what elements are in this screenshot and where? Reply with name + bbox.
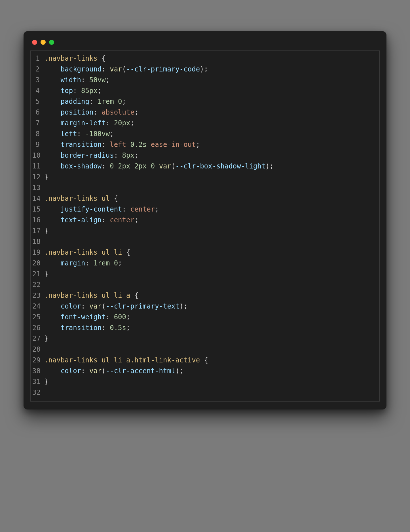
token-prop: --clr-accent-html <box>106 367 176 375</box>
line-number: 1 <box>32 53 44 64</box>
token-punct: : <box>81 302 89 310</box>
code-line: 23.navbar-links ul li a { <box>32 290 376 301</box>
token-sel: .navbar-links <box>44 195 98 202</box>
token-str: left <box>110 141 130 149</box>
token-punct <box>155 162 159 170</box>
token-num: 50vw <box>89 76 106 84</box>
token-num: 600 <box>114 313 126 321</box>
token-punct <box>110 292 114 299</box>
token-num: 0.5s <box>110 324 126 332</box>
token-sel: li <box>114 356 122 364</box>
token-punct: ( <box>102 367 105 375</box>
token-punct: : <box>122 205 130 213</box>
line-content: margin: 1rem 0; <box>44 258 376 269</box>
token-punct <box>200 356 204 364</box>
line-number: 9 <box>32 139 44 150</box>
line-content: margin-left: 20px; <box>44 118 376 128</box>
token-num: 0 <box>110 162 114 170</box>
token-punct <box>110 248 114 256</box>
token-str: absolute <box>102 108 134 116</box>
code-line: 13 <box>32 182 376 193</box>
token-punct: : <box>73 87 81 95</box>
token-prop: transition <box>61 141 102 149</box>
token-punct <box>122 292 126 299</box>
code-line: 27} <box>32 333 376 344</box>
token-num: 1rem <box>93 259 110 267</box>
code-line: 21} <box>32 269 376 279</box>
token-punct: ) <box>200 65 204 73</box>
token-punct <box>130 292 134 299</box>
line-number: 29 <box>32 355 44 366</box>
line-content: color: var(--clr-accent-html); <box>44 366 376 376</box>
token-punct: : <box>81 76 89 84</box>
token-prop: --clr-primary-code <box>126 65 200 73</box>
line-number: 11 <box>32 161 44 172</box>
line-content: } <box>44 376 376 387</box>
code-line: 16 text-align: center; <box>32 215 376 225</box>
code-line: 20 margin: 1rem 0; <box>32 258 376 269</box>
minimize-icon[interactable] <box>41 40 46 45</box>
token-sel: a.html-link-active <box>126 356 200 364</box>
token-num: 85px <box>81 87 98 95</box>
token-punct: ; <box>183 302 187 310</box>
code-line: 15 justify-content: center; <box>32 204 376 215</box>
token-prop: --clr-primary-text <box>106 302 179 310</box>
token-punct: ) <box>175 367 179 375</box>
line-content: color: var(--clr-primary-text); <box>44 301 376 312</box>
token-num: 2px <box>134 162 147 170</box>
line-number: 3 <box>32 75 44 85</box>
line-content: .navbar-links { <box>44 53 376 64</box>
token-punct: : <box>106 119 114 127</box>
code-line: 4 top: 85px; <box>32 85 376 96</box>
token-prop: margin-left <box>61 119 106 127</box>
token-punct: ; <box>118 259 122 267</box>
code-line: 31} <box>32 376 376 387</box>
line-number: 16 <box>32 215 44 225</box>
line-number: 19 <box>32 247 44 258</box>
code-line: 2 background: var(--clr-primary-code); <box>32 64 376 75</box>
token-func: var <box>89 367 102 375</box>
token-brace: } <box>44 173 48 181</box>
code-line: 8 left: -100vw; <box>32 128 376 139</box>
editor-window: 1.navbar-links {2 background: var(--clr-… <box>24 31 386 409</box>
token-sel: li <box>114 248 122 256</box>
token-prop: padding <box>61 98 89 105</box>
token-prop: color <box>61 367 81 375</box>
token-str: ease-in-out <box>147 141 196 149</box>
token-punct: : <box>81 367 89 375</box>
zoom-icon[interactable] <box>49 40 54 45</box>
close-icon[interactable] <box>32 40 37 45</box>
token-punct <box>98 195 102 202</box>
token-punct <box>147 162 151 170</box>
line-content: transition: left 0.2s ease-in-out; <box>44 139 376 150</box>
token-brace: } <box>44 335 48 343</box>
line-number: 18 <box>32 236 44 247</box>
token-punct: ( <box>171 162 175 170</box>
token-num: 0 <box>151 162 155 170</box>
line-number: 28 <box>32 344 44 355</box>
token-sel: .navbar-links <box>44 356 98 364</box>
token-prop: transition <box>61 324 102 332</box>
token-num: 0 <box>114 259 118 267</box>
code-editor[interactable]: 1.navbar-links {2 background: var(--clr-… <box>30 50 380 402</box>
code-line: 26 transition: 0.5s; <box>32 322 376 333</box>
token-sel: ul <box>102 292 110 299</box>
line-number: 2 <box>32 64 44 75</box>
token-punct: : <box>102 65 110 73</box>
code-line: 6 position: absolute; <box>32 107 376 118</box>
token-prop: left <box>61 130 77 138</box>
token-num: 1rem <box>98 98 114 105</box>
token-punct: : <box>102 141 110 149</box>
token-prop: top <box>61 87 73 95</box>
token-punct: : <box>102 162 110 170</box>
code-line: 28 <box>32 344 376 355</box>
token-brace: { <box>134 292 138 299</box>
code-line: 22 <box>32 279 376 290</box>
line-number: 20 <box>32 258 44 269</box>
token-prop: border-radius <box>61 151 114 159</box>
line-number: 23 <box>32 290 44 301</box>
token-str: center <box>110 216 134 224</box>
token-punct: : <box>102 324 110 332</box>
token-punct <box>110 195 114 202</box>
token-punct: : <box>85 259 94 267</box>
